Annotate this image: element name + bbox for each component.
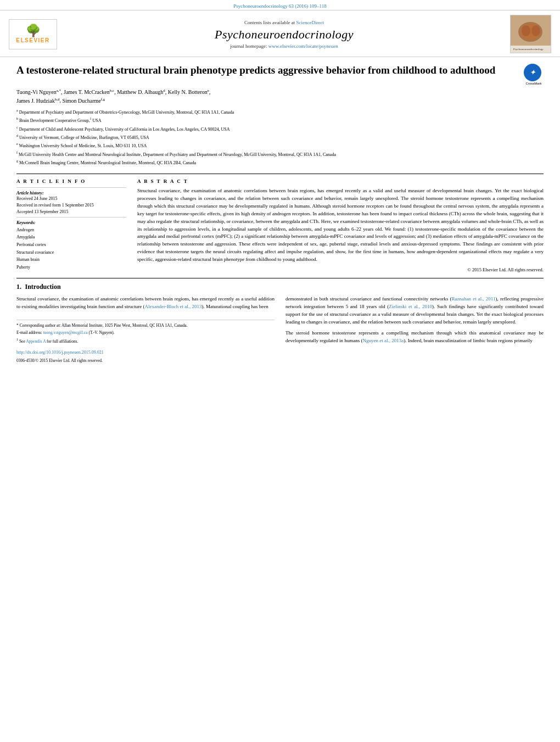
author-mccracken: James T. McCrackenb,c [64,89,114,95]
journal-header-bar: Psychoneuroendocrinology 63 (2016) 109–1… [0,0,560,10]
keywords-label: Keywords: [16,220,126,225]
contents-text: Contents lists available at [244,20,295,25]
homepage-line: journal homepage: www.elsevier.com/locat… [64,43,505,49]
intro-number: 1. [16,283,21,291]
article-body: A testosterone-related structural brain … [0,57,560,370]
alexander-bloch-link[interactable]: Alexander-Bloch et al., 2013 [144,304,201,309]
crossmark-label: CrossMark [524,82,544,85]
keyword-human-brain: Human brain [16,256,126,264]
affil-e: e Washington University School of Medici… [16,142,544,149]
copyright-bottom: 0306-4530/© 2015 Elsevier Ltd. All right… [16,358,275,364]
journal-center: Contents lists available at ScienceDirec… [64,20,505,49]
elsevier-logo-box: 🌳 ELSEVIER [9,19,57,49]
contents-line: Contents lists available at ScienceDirec… [64,20,505,25]
info-divider-1 [16,187,126,188]
email-link[interactable]: tuong.v.nguyen@mcgill.ca [43,330,88,335]
affil-c: c Department of Child and Adolescent Psy… [16,125,544,133]
bottom-divider [16,278,544,278]
elsevier-logo: 🌳 ELSEVIER [9,19,58,49]
doi-link: http://dx.doi.org/10.1016/j.psyneuen.201… [16,349,275,356]
doi-url[interactable]: http://dx.doi.org/10.1016/j.psyneuen.201… [16,350,104,355]
affil-b: b Brain Development Cooperative Group,1 … [16,116,544,124]
journal-volume-ref: Psychoneuroendocrinology 63 (2016) 109–1… [233,3,326,9]
keyword-puberty: Puberty [16,264,126,271]
intro-title: Introduction [25,283,61,291]
affiliations: a Department of Psychiatry and Departmen… [16,108,544,167]
affil-a: a Department of Psychiatry and Departmen… [16,108,544,116]
intro-col-right: demonstrated in both structural covarian… [285,295,544,364]
article-info-col: A R T I C L E I N F O Article history: R… [16,178,126,272]
footnote-section: * Corresponding author at: Allan Memoria… [16,320,275,364]
two-col-section: A R T I C L E I N F O Article history: R… [16,178,544,272]
email-note: E-mail address: tuong.v.nguyen@mcgill.ca… [16,330,275,336]
zielinski-link[interactable]: Zielinski et al., 2010 [389,304,432,309]
appendix-link[interactable]: Appendix A [26,338,46,343]
author-botteron: Kelly N. Botterone [168,89,209,95]
intro-col2-para1: demonstrated in both structural covarian… [285,295,544,326]
svg-point-4 [531,25,540,36]
journal-top-section: 🌳 ELSEVIER Contents lists available at S… [0,10,560,57]
svg-point-3 [522,25,530,36]
brain-image: Psychoneuroendocrinology [511,15,551,53]
homepage-link[interactable]: www.elsevier.com/locate/psyneuen [268,43,338,49]
abstract-text: Structural covariance, the examination o… [137,187,544,264]
article-info-label: A R T I C L E I N F O [16,178,126,184]
keyword-structural: Structural covariance [16,249,126,256]
intro-col2-para2: The steroid hormone testosterone represe… [285,330,544,345]
crossmark-badge: ✦ CrossMark [524,64,544,83]
abstract-col: A B S T R A C T Structural covariance, t… [137,178,544,272]
abstract-paragraph: Structural covariance, the examination o… [137,187,544,264]
author-hudziak: James J. Hudziakb,d [16,98,59,104]
keyword-amygdala: Amygdala [16,233,126,241]
doi-section: http://dx.doi.org/10.1016/j.psyneuen.201… [16,349,275,364]
keyword-androgen: Androgen [16,226,126,234]
appendix-note: 1 See Appendix A for full affiliations. [16,337,275,344]
page-container: Psychoneuroendocrinology 63 (2016) 109–1… [0,0,560,370]
corresponding-author-note: * Corresponding author at: Allan Memoria… [16,322,275,328]
main-divider [16,174,544,174]
author-albaugh: Matthew D. Albaughd [117,89,165,95]
elsevier-name: ELSEVIER [16,37,49,43]
brain-svg: Psychoneuroendocrinology [511,15,551,53]
affil-d: d University of Vermont, College of Medi… [16,133,544,141]
abstract-label: A B S T R A C T [137,178,544,184]
author-ducharme: Simon Ducharmef,g [62,98,105,104]
authors-line: Tuong-Vi Nguyena,*, James T. McCrackenb,… [16,88,544,105]
author-nguyen: Tuong-Vi Nguyena,* [16,89,61,95]
intro-heading-section: 1. Introduction [16,283,544,291]
intro-two-col: Structural covariance, the examination o… [16,295,544,364]
intro-col1-text: Structural covariance, the examination o… [16,295,275,311]
accepted-date: Accepted 13 September 2015 [16,209,126,214]
homepage-text: journal homepage: [230,43,267,49]
sciencedirect-link[interactable]: ScienceDirect [296,20,324,25]
svg-text:Psychoneuroendocrinology: Psychoneuroendocrinology [513,48,544,51]
affil-f: f McGill University Health Centre and Mo… [16,150,544,158]
elsevier-tree-icon: 🌳 [26,25,41,37]
article-title: A testosterone-related structural brain … [16,64,517,77]
revised-date: Received in revised form 1 September 201… [16,203,126,208]
journal-cover-image: Psychoneuroendocrinology [510,15,551,53]
article-title-section: A testosterone-related structural brain … [16,64,544,83]
journal-title: Psychoneuroendocrinology [64,27,505,42]
affil-g: g McConnell Brain Imaging Centre, Montre… [16,159,544,166]
nguyen-link[interactable]: Nguyen et al., 2013a [362,338,404,343]
raznahan-link[interactable]: Raznahan et al., 2011 [452,296,496,302]
keyword-prefrontal: Prefrontal cortex [16,241,126,249]
intro-col-left: Structural covariance, the examination o… [16,295,275,364]
history-label: Article history: [16,191,126,196]
abstract-copyright: © 2015 Elsevier Ltd. All rights reserved… [137,267,544,272]
received-date: Received 24 June 2015 [16,196,126,201]
crossmark-icon: ✦ [524,64,541,81]
info-divider-2 [16,217,126,217]
